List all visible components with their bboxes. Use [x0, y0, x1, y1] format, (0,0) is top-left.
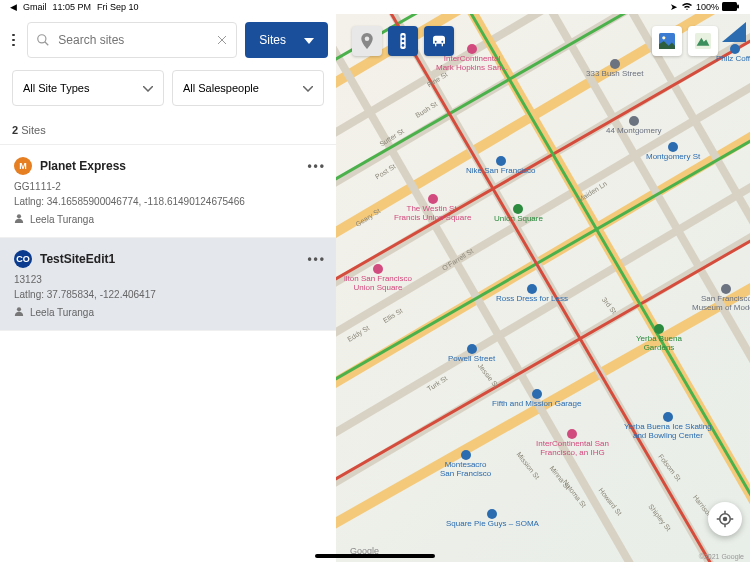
layer-terrain-button[interactable]: [688, 26, 718, 56]
more-icon[interactable]: •••: [307, 252, 326, 266]
map-poi[interactable]: Nike San Francisco: [466, 156, 535, 176]
svg-rect-1: [737, 4, 739, 8]
site-card[interactable]: M Planet Express GG1111-2 Latlng: 34.165…: [0, 145, 336, 238]
map-poi[interactable]: Yerba BuenaGardens: [636, 324, 682, 353]
map-poi[interactable]: Union Square: [494, 204, 543, 224]
chevron-down-icon: [304, 33, 314, 47]
filter-site-types[interactable]: All Site Types: [12, 70, 164, 106]
map-poi[interactable]: Montgomery St: [646, 142, 700, 162]
back-app-label[interactable]: Gmail: [23, 2, 47, 12]
svg-point-2: [38, 35, 46, 43]
map-pin-button[interactable]: [352, 26, 382, 56]
site-latlng: Latlng: 34.16585900046774, -118.61490124…: [14, 196, 322, 207]
count-label: Sites: [21, 124, 45, 136]
search-input[interactable]: [58, 33, 208, 47]
status-date: Fri Sep 10: [97, 2, 139, 12]
locate-button[interactable]: [708, 502, 742, 536]
site-name: TestSiteEdit1: [40, 252, 115, 266]
transit-button[interactable]: [424, 26, 454, 56]
map-poi[interactable]: ilton San FranciscoUnion Square: [344, 264, 412, 293]
results-count: 2 Sites: [0, 116, 336, 145]
map-poi[interactable]: Fifth and Mission Garage: [492, 389, 581, 409]
svg-point-34: [402, 44, 405, 47]
search-icon: [36, 33, 50, 47]
count-number: 2: [12, 124, 18, 136]
search-box[interactable]: [27, 22, 237, 58]
more-icon[interactable]: •••: [307, 159, 326, 173]
location-icon: ➤: [670, 2, 678, 12]
layer-satellite-button[interactable]: [652, 26, 682, 56]
traffic-button[interactable]: [388, 26, 418, 56]
site-avatar: M: [14, 157, 32, 175]
site-person: Leela Turanga: [30, 214, 94, 225]
svg-point-41: [724, 518, 727, 521]
person-icon: [14, 213, 24, 225]
svg-point-30: [365, 36, 370, 41]
map-poi[interactable]: Ross Dress for Less: [496, 284, 568, 304]
map-poi[interactable]: Philz Coffe: [716, 44, 750, 64]
site-code: GG1111-2: [14, 181, 322, 192]
svg-point-36: [441, 41, 443, 43]
status-bar: ◀ Gmail 11:05 PM Fri Sep 10 ➤ 100%: [0, 0, 750, 14]
map-poi[interactable]: Square Pie Guys – SOMA: [446, 509, 539, 529]
clear-icon[interactable]: [216, 34, 228, 46]
home-indicator[interactable]: [315, 554, 435, 558]
map-poi[interactable]: InterContinental SanFrancisco, an IHG: [536, 429, 609, 458]
svg-point-7: [17, 307, 21, 311]
back-arrow-icon[interactable]: ◀: [10, 2, 17, 12]
svg-line-3: [45, 42, 49, 46]
map-poi[interactable]: Powell Street: [448, 344, 495, 364]
filter-site-types-label: All Site Types: [23, 82, 89, 94]
filter-salespeople-label: All Salespeople: [183, 82, 259, 94]
svg-point-33: [402, 40, 405, 43]
map-poi[interactable]: 44 Montgomery: [606, 116, 662, 136]
svg-point-6: [17, 214, 21, 218]
map-poi[interactable]: 333 Bush Street: [586, 59, 643, 79]
map-poi[interactable]: MontesacroSan Francisco: [440, 450, 491, 479]
svg-point-38: [662, 36, 665, 39]
map-poi[interactable]: The Westin St.Francis Union Square: [394, 194, 471, 223]
site-avatar: CO: [14, 250, 32, 268]
svg-point-32: [402, 35, 405, 38]
site-code: 13123: [14, 274, 322, 285]
site-person: Leela Turanga: [30, 307, 94, 318]
filter-salespeople[interactable]: All Salespeople: [172, 70, 324, 106]
chevron-down-icon: [143, 82, 153, 94]
corner-indicator: [722, 22, 746, 42]
map-poi[interactable]: San FranciscoMuseum of Modern: [692, 284, 750, 313]
svg-point-35: [435, 41, 437, 43]
battery-percent: 100%: [696, 2, 719, 12]
chevron-down-icon: [303, 82, 313, 94]
person-icon: [14, 306, 24, 318]
wifi-icon: [681, 2, 693, 13]
site-latlng: Latlng: 37.785834, -122.406417: [14, 289, 322, 300]
sites-dropdown-button[interactable]: Sites: [245, 22, 328, 58]
battery-icon: [722, 2, 740, 13]
map[interactable]: InterContinentalMark Hopkins San...333 B…: [336, 14, 750, 562]
status-time: 11:05 PM: [53, 2, 92, 12]
site-card[interactable]: CO TestSiteEdit1 13123 Latlng: 37.785834…: [0, 238, 336, 331]
site-list: M Planet Express GG1111-2 Latlng: 34.165…: [0, 145, 336, 331]
map-attribution: ©2021 Google: [699, 553, 744, 560]
svg-rect-0: [722, 2, 737, 11]
map-poi[interactable]: Yerba Buena Ice Skatingand Bowling Cente…: [624, 412, 712, 441]
site-name: Planet Express: [40, 159, 126, 173]
menu-icon[interactable]: [8, 28, 19, 52]
sidebar: Sites All Site Types All Salespeople: [0, 14, 336, 562]
sites-button-label: Sites: [259, 33, 286, 47]
